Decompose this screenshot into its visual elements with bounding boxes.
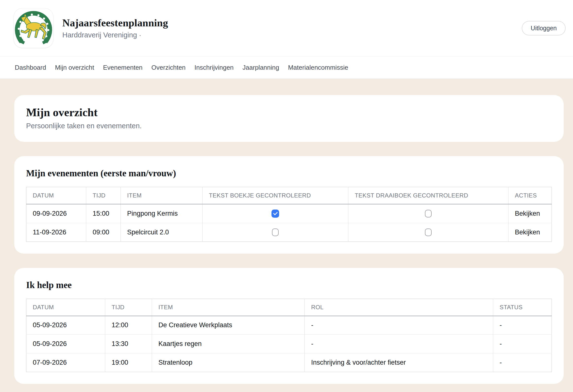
events-card: Mijn evenementen (eerste man/vrouw) DATU… [14,156,564,254]
cell-item: De Creatieve Werkplaats [152,316,305,335]
col-header-status: STATUS [493,299,552,316]
bekijken-link[interactable]: Bekijken [515,210,540,217]
col-header-tijd: TIJD [86,187,121,204]
horse-in-horseshoe-icon [14,8,53,48]
cell-item: Pingpong Kermis [121,204,202,223]
cell-tijd: 12:00 [105,316,152,335]
nav-item-dashboard[interactable]: Dashboard [14,62,47,73]
app-logo [14,8,54,48]
main-nav: Dashboard Mijn overzicht Evenementen Ove… [0,56,573,79]
table-row: 11-09-2026 09:00 Spelcircuit 2.0 Bekijke… [26,223,552,241]
main-content: Mijn overzicht Persoonlijke taken en eve… [0,79,573,392]
logout-button[interactable]: Uitloggen [522,21,566,35]
cell-tijd: 15:00 [86,204,121,223]
cell-item: Kaartjes regen [152,335,305,353]
cell-datum: 05-09-2026 [26,316,105,335]
table-row: 05-09-2026 13:30 Kaartjes regen - - [26,335,552,353]
help-section-title: Ik help mee [26,280,552,290]
cell-status: - [493,335,552,353]
cell-tijd: 13:30 [105,335,152,353]
nav-item-mijn-overzicht[interactable]: Mijn overzicht [54,62,95,73]
col-header-tekst-draaiboek: TEKST DRAAIBOEK GECONTROLEERD [348,187,508,204]
col-header-acties: ACTIES [508,187,552,204]
cell-rol: - [305,335,493,353]
col-header-datum: DATUM [26,187,86,204]
nav-item-evenementen[interactable]: Evenementen [102,62,143,73]
boekje-checkbox[interactable] [271,209,279,218]
nav-item-inschrijvingen[interactable]: Inschrijvingen [193,62,235,73]
cell-datum: 07-09-2026 [26,353,105,372]
cell-datum: 09-09-2026 [26,204,86,223]
cell-item: Spelcircuit 2.0 [121,223,202,241]
page: Najaarsfeestenplanning Harddraverij Vere… [0,0,573,392]
cell-tijd: 19:00 [105,353,152,372]
col-header-rol: ROL [305,299,493,316]
cell-datum: 11-09-2026 [26,223,86,241]
boekje-checkbox[interactable] [272,228,279,236]
app-title: Najaarsfeestenplanning [62,17,168,29]
draaiboek-checkbox[interactable] [425,210,431,217]
cell-rol: - [305,316,493,335]
nav-item-overzichten[interactable]: Overzichten [150,62,187,73]
page-title: Mijn overzicht [26,106,552,119]
col-header-tijd: TIJD [105,299,152,316]
help-table: DATUM TIJD ITEM ROL STATUS 05-09-2026 12… [26,299,552,372]
col-header-tekst-boekje: TEKST BOEKJE GECONTROLEERD [202,187,348,204]
cell-status: - [493,353,552,372]
org-subtitle: Harddraverij Vereniging · [62,31,168,39]
page-subtitle: Persoonlijke taken en evenementen. [26,122,552,130]
cell-rol: Inschrijving & voor/achter fietser [305,353,493,372]
help-header-row: DATUM TIJD ITEM ROL STATUS [26,299,552,316]
table-row: 09-09-2026 15:00 Pingpong Kermis Bekijke… [26,204,552,223]
top-bar: Najaarsfeestenplanning Harddraverij Vere… [0,0,573,56]
col-header-datum: DATUM [26,299,105,316]
col-header-item: ITEM [121,187,202,204]
table-row: 05-09-2026 12:00 De Creatieve Werkplaats… [26,316,552,335]
events-section-title: Mijn evenementen (eerste man/vrouw) [26,168,552,179]
draaiboek-checkbox[interactable] [425,228,431,236]
help-card: Ik help mee DATUM TIJD ITEM ROL STATUS [14,268,564,384]
cell-status: - [493,316,552,335]
overview-card: Mijn overzicht Persoonlijke taken en eve… [14,95,564,142]
nav-item-materialencommissie[interactable]: Materialencommissie [287,62,349,73]
cell-item: Stratenloop [152,353,305,372]
header-titles: Najaarsfeestenplanning Harddraverij Vere… [62,17,168,39]
bekijken-link[interactable]: Bekijken [515,228,540,236]
cell-tijd: 09:00 [86,223,121,241]
col-header-item: ITEM [152,299,305,316]
events-table: DATUM TIJD ITEM TEKST BOEKJE GECONTROLEE… [26,187,552,242]
table-row: 07-09-2026 19:00 Stratenloop Inschrijvin… [26,353,552,372]
events-header-row: DATUM TIJD ITEM TEKST BOEKJE GECONTROLEE… [26,187,552,204]
nav-item-jaarplanning[interactable]: Jaarplanning [241,62,280,73]
cell-datum: 05-09-2026 [26,335,105,353]
